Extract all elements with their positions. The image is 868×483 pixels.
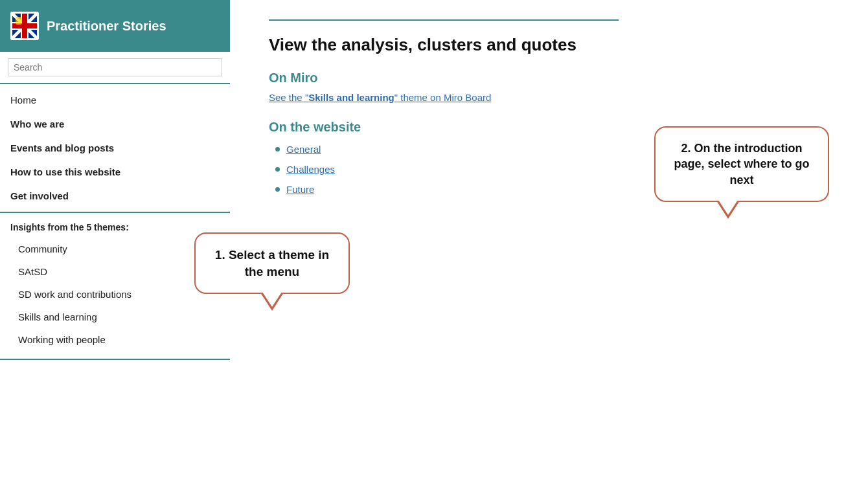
callout2-bubble: 2. On the introduction page, select wher… <box>654 126 829 202</box>
bullet-dot-future <box>275 187 280 192</box>
link-general[interactable]: General <box>286 144 321 155</box>
miro-link-prefix: See the " <box>269 92 308 103</box>
nav-item-home[interactable]: Home <box>0 88 230 112</box>
svg-rect-7 <box>16 17 22 25</box>
sidebar: Practitioner Stories Home Who we are Eve… <box>0 0 230 483</box>
on-miro-label: On Miro <box>269 71 842 85</box>
search-container <box>0 52 230 84</box>
bullet-dot-general <box>275 147 280 152</box>
theme-item-skills[interactable]: Skills and learning <box>0 306 230 328</box>
top-divider <box>269 19 619 21</box>
themes-wrapper: Insights from the 5 themes: Community SA… <box>0 213 230 360</box>
callout2-text: 2. On the introduction page, select wher… <box>674 142 809 186</box>
nav-item-get-involved[interactable]: Get involved <box>0 184 230 208</box>
nav-item-how-to-use[interactable]: How to use this website <box>0 160 230 184</box>
callout1-text: 1. Select a theme in the menu <box>215 248 329 278</box>
link-future[interactable]: Future <box>286 184 314 195</box>
site-title: Practitioner Stories <box>47 18 166 34</box>
page-title: View the analysis, clusters and quotes <box>269 35 842 55</box>
nav-menu: Home Who we are Events and blog posts Ho… <box>0 84 230 213</box>
svg-rect-6 <box>12 23 37 28</box>
themes-label: Insights from the 5 themes: <box>0 222 230 238</box>
search-input[interactable] <box>8 58 222 76</box>
nav-item-who-we-are[interactable]: Who we are <box>0 112 230 136</box>
sidebar-header: Practitioner Stories <box>0 0 230 52</box>
nav-item-events[interactable]: Events and blog posts <box>0 136 230 160</box>
miro-board-link[interactable]: See the "Skills and learning" theme on M… <box>269 92 491 103</box>
bullet-dot-challenges <box>275 167 280 172</box>
callout1-bubble: 1. Select a theme in the menu <box>194 232 350 294</box>
link-challenges[interactable]: Challenges <box>286 164 335 175</box>
site-logo <box>10 12 39 40</box>
miro-link-bold: Skills and learning <box>308 92 394 103</box>
theme-item-working[interactable]: Working with people <box>0 328 230 351</box>
miro-link-suffix: " theme on Miro Board <box>394 92 492 103</box>
sidebar-bottom-border <box>0 359 230 360</box>
